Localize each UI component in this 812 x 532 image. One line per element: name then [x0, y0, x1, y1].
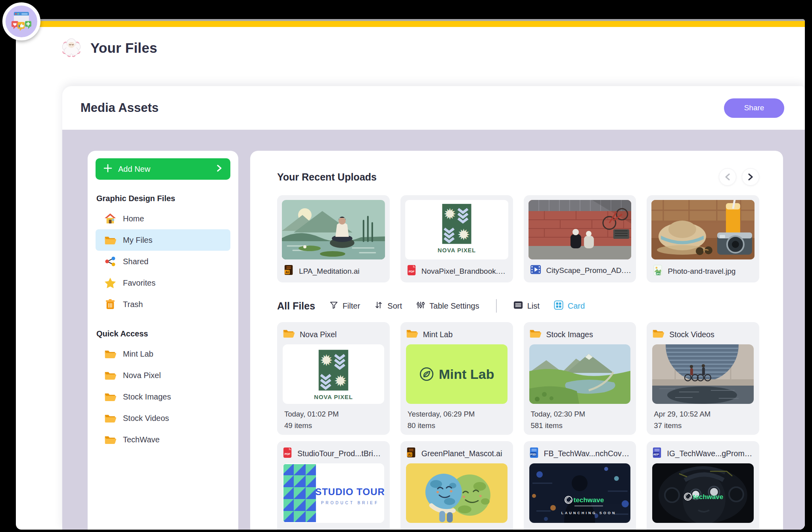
open-folder-icon [283, 328, 295, 340]
file-name: GreenPlanet_Mascot.ai [421, 449, 502, 458]
folder-date: Today, 02:30 PM [529, 410, 631, 419]
carousel-next-button[interactable] [742, 168, 759, 186]
svg-text:Ai: Ai [285, 270, 289, 274]
sidebar-item-mint-lab[interactable]: Mint Lab [96, 343, 230, 365]
social-browser-icon [11, 10, 32, 33]
recent-file-card[interactable]: JPG Photo-and-travel.jpg [647, 195, 759, 282]
file-date: Yesterday, 06:29 PM [406, 529, 508, 530]
travel-photo-thumbnail [651, 200, 755, 259]
psd-file-icon: PSD [529, 447, 539, 460]
folder-item-count: 80 items [406, 421, 508, 430]
filter-button[interactable]: Filter [329, 301, 360, 311]
file-card-greenplanet[interactable]: Ai GreenPlanet_Mascot.ai [400, 441, 513, 530]
studio-tour-thumbnail: STUDIO TOUR PRODUCT BRIEF [283, 463, 384, 523]
svg-text:✹: ✹ [443, 205, 456, 223]
all-files-toolbar: All Files Filter Sort [277, 299, 759, 313]
sidebar-item-label: Home [123, 214, 144, 223]
card-view-button[interactable]: Card [554, 300, 585, 312]
sidebar-section-heading: Graphic Design Files [96, 194, 230, 203]
folder-name: Nova Pixel [300, 330, 337, 339]
sidebar-item-label: Mint Lab [123, 350, 153, 359]
svg-text:PSD: PSD [530, 453, 536, 455]
folder-date: Yesterday, 06:29 PM [406, 410, 508, 419]
file-card-studiotour[interactable]: PDF StudioTour_Prod...tBrief.pdf STUDIO … [277, 441, 390, 530]
file-name: StudioTour_Prod...tBrief.pdf [297, 449, 384, 458]
recent-file-card[interactable]: Ai LPA_Meditation.ai [277, 195, 390, 282]
file-card-fb-techwave[interactable]: PSD FB_TechWav...nchCover.psd [524, 441, 636, 530]
folder-name: Mint Lab [423, 330, 453, 339]
sidebar-item-my-files[interactable]: My Files [96, 229, 230, 251]
file-name: NovaPixel_Brandbook.pdf [421, 267, 508, 276]
svg-text:techwave: techwave [693, 493, 724, 501]
sidebar-item-label: Favorites [123, 278, 155, 288]
list-view-button[interactable]: List [513, 300, 540, 312]
app-header: Your Files [16, 27, 805, 69]
folder-item-count: 49 items [283, 421, 384, 430]
sidebar-item-favorites[interactable]: Favorites [96, 272, 230, 294]
folder-date: Today, 01:02 PM [283, 410, 384, 419]
mint-lab-thumbnail: Mint Lab [406, 344, 508, 404]
folder-card-stock-images[interactable]: Stock Images [524, 322, 636, 435]
folder-item-count: 581 items [529, 421, 631, 430]
sidebar-item-techwave[interactable]: TechWave [96, 429, 230, 450]
sidebar-item-trash[interactable]: Trash [96, 294, 230, 315]
ai-file-icon: Ai [283, 265, 294, 278]
brandbook-thumbnail: ✹ ✹ NOVA PIXEL [405, 200, 508, 259]
file-name: Photo-and-travel.jpg [668, 267, 735, 276]
open-folder-icon [104, 349, 116, 359]
sidebar-item-stock-images[interactable]: Stock Images [96, 386, 230, 407]
file-name: LPA_Meditation.ai [299, 267, 360, 276]
sidebar-item-home[interactable]: Home [96, 208, 230, 229]
svg-text:JPG: JPG [656, 273, 661, 275]
folder-name: Stock Images [546, 330, 593, 339]
svg-text:techwave: techwave [573, 496, 604, 504]
recent-file-card[interactable]: ✹ ✹ NOVA PIXEL [400, 195, 513, 282]
file-card-ig-techwave[interactable]: AEP IG_TechWave...gPromo.aep [647, 441, 759, 530]
sidebar-item-shared[interactable]: Shared [96, 251, 230, 272]
folder-name: Stock Videos [669, 330, 714, 339]
app-logo-badge [2, 2, 40, 40]
video-file-icon [530, 265, 541, 277]
svg-text:Ai: Ai [408, 452, 411, 456]
media-assets-header: Media Assets Share [62, 86, 805, 130]
open-folder-icon [104, 413, 116, 423]
file-date: Apr 11, 2025, 06:39 PM [529, 529, 631, 530]
sidebar-section-heading: Quick Access [96, 329, 230, 338]
sidebar-item-label: Stock Images [123, 392, 171, 401]
folder-card-stock-videos[interactable]: Stock Videos [647, 322, 759, 435]
plus-icon [103, 164, 112, 175]
sort-button[interactable]: Sort [374, 301, 402, 311]
sidebar: Add New Graphic Design Files [88, 151, 238, 530]
svg-text:NOVA PIXEL: NOVA PIXEL [314, 394, 353, 400]
home-icon [104, 213, 116, 224]
recent-uploads-row: Ai LPA_Meditation.ai ✹ ✹ [277, 195, 759, 282]
svg-text:✹: ✹ [334, 372, 347, 390]
folder-date: Apr 29, 10:52 AM [652, 410, 754, 419]
sidebar-item-nova-pixel[interactable]: Nova Pixel [96, 365, 230, 386]
file-name: IG_TechWave...gPromo.aep [667, 449, 754, 458]
svg-text:STUDIO TOUR: STUDIO TOUR [315, 486, 384, 497]
carousel-prev-button[interactable] [719, 168, 736, 186]
app-window: Your Files Media Assets Share Add New Gr… [16, 19, 805, 530]
pdf-file-icon: PDF [283, 447, 292, 460]
file-name: CityScape_Promo_AD.mp4 [546, 266, 632, 275]
table-settings-button[interactable]: Table Settings [416, 301, 479, 311]
share-button[interactable]: Share [724, 98, 784, 118]
folder-card-nova-pixel[interactable]: Nova Pixel ✹ ✹ [277, 322, 390, 435]
ai-file-icon: Ai [406, 447, 416, 460]
sort-arrows-icon [374, 301, 383, 311]
sidebar-item-label: Stock Videos [123, 414, 169, 423]
folder-card-mint-lab[interactable]: Mint Lab Mint Lab [400, 322, 513, 435]
sidebar-item-stock-videos[interactable]: Stock Videos [96, 407, 230, 429]
toolbar-divider [496, 299, 497, 313]
fb-techwave-thumbnail: techwave LAUNCHING SOON [529, 463, 631, 523]
stock-videos-thumbnail [652, 344, 754, 404]
open-folder-icon [104, 435, 116, 445]
svg-text:PRODUCT BRIEF: PRODUCT BRIEF [321, 501, 379, 505]
recent-file-card[interactable]: CityScape_Promo_AD.mp4 [524, 195, 636, 282]
files-panel: Your Recent Uploads [250, 151, 783, 530]
add-new-button[interactable]: Add New [96, 158, 230, 180]
open-folder-icon [406, 328, 418, 340]
open-folder-icon [652, 328, 664, 340]
folder-item-count: 37 items [652, 421, 754, 430]
